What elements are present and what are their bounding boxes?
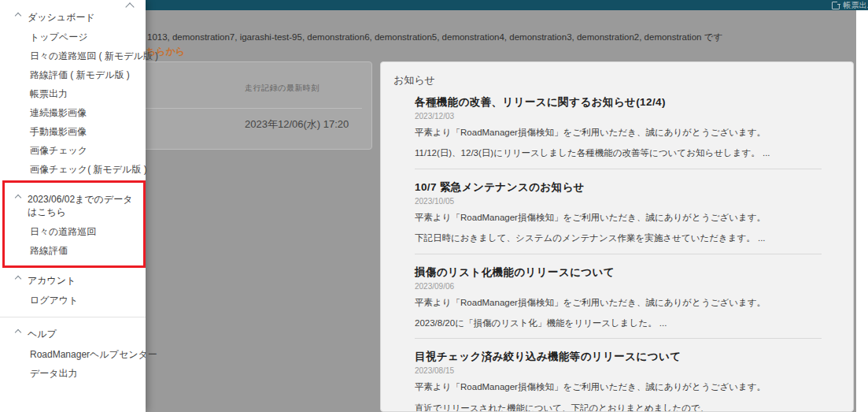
chevron-up-icon bbox=[15, 329, 21, 336]
chevron-up-icon bbox=[15, 276, 21, 282]
notice-item: 各種機能の改善、リリースに関するお知らせ(12/4)2023/12/03平素より… bbox=[415, 95, 822, 159]
notice-title[interactable]: 各種機能の改善、リリースに関するお知らせ(12/4) bbox=[415, 95, 822, 109]
sidebar-divider bbox=[0, 317, 146, 317]
sidebar-section: ヘルプRoadManagerヘルプセンターデータ出力 bbox=[0, 325, 146, 382]
driving-record-card: 走行記録の最新時刻 2023年12/06(水) 17:20 bbox=[118, 61, 372, 150]
notice-body: 平素より「RoadManager損傷検知」をご利用いただき、誠にありがとうござい… bbox=[415, 127, 822, 138]
record-card-label: 走行記録の最新時刻 bbox=[245, 83, 319, 94]
notice-title[interactable]: 損傷のリスト化機能のリリースについて bbox=[415, 265, 822, 280]
sidebar-item[interactable]: 日々の道路巡回 bbox=[0, 222, 146, 241]
sidebar-section: ダッシュボードトップページ日々の道路巡回 ( 新モデル版 )路線評価 ( 新モデ… bbox=[0, 8, 146, 179]
sidebar-item[interactable]: RoadManagerヘルプセンター bbox=[0, 345, 146, 364]
notice-separator bbox=[415, 338, 822, 339]
sidebar-section: アカウントログアウト bbox=[0, 271, 146, 310]
chevron-up-icon bbox=[15, 195, 21, 201]
sidebar-item[interactable]: 日々の道路巡回 ( 新モデル版 ) bbox=[0, 46, 146, 65]
sidebar-item[interactable]: 路線評価 ( 新モデル版 ) bbox=[0, 65, 146, 84]
notice-item: 10/7 緊急メンテナンスのお知らせ2023/10/05平素より「RoadMan… bbox=[415, 180, 822, 244]
sidebar-section-label: ダッシュボード bbox=[28, 12, 135, 24]
sidebar-section-label: アカウント bbox=[28, 275, 135, 287]
sidebar-section-header[interactable]: アカウント bbox=[0, 271, 146, 291]
sidebar-item[interactable]: 路線評価 bbox=[0, 241, 146, 260]
chevron-up-icon bbox=[125, 2, 134, 11]
notice-date: 2023/10/05 bbox=[415, 197, 822, 206]
sidebar-item[interactable]: 帳票出力 bbox=[0, 84, 146, 103]
notice-date: 2023/09/06 bbox=[415, 282, 822, 291]
account-list-text: 1013, demonstration7, igarashi-test-95, … bbox=[147, 32, 840, 43]
sidebar-section: 2023/06/02までのデータはこちら日々の道路巡回路線評価 bbox=[0, 190, 146, 260]
notice-body: 11/12(日)、12/3(日)にリリースしました各種機能の改善等についてお知ら… bbox=[415, 147, 822, 158]
sidebar-section-header[interactable]: ダッシュボード bbox=[0, 8, 146, 28]
notice-body: 直近でリリースされた機能について、下記のとおりまとめましたので、今後の運用にお役… bbox=[415, 403, 822, 412]
notice-separator bbox=[415, 169, 822, 169]
sidebar-section-header[interactable]: ヘルプ bbox=[0, 325, 146, 344]
notice-body: 平素より「RoadManager損傷検知」をご利用いただき、誠にありがとうござい… bbox=[415, 297, 822, 308]
notice-body: 下記日時におきまして、システムのメンテナンス作業を実施させていただきます。 ..… bbox=[415, 232, 822, 243]
notices-list: 各種機能の改善、リリースに関するお知らせ(12/4)2023/12/03平素より… bbox=[393, 95, 822, 412]
sidebar-section-label: 2023/06/02までのデータはこちら bbox=[28, 194, 135, 218]
notice-body: 平素より「RoadManager損傷検知」をご利用いただき、誠にありがとうござい… bbox=[415, 381, 822, 392]
sidebar-item[interactable]: データ出力 bbox=[0, 364, 146, 383]
record-card-divider bbox=[128, 108, 362, 109]
launch-icon bbox=[832, 2, 840, 9]
notice-item: 損傷のリスト化機能のリリースについて2023/09/06平素より「RoadMan… bbox=[415, 265, 822, 329]
notice-title[interactable]: 10/7 緊急メンテナンスのお知らせ bbox=[415, 180, 822, 195]
notice-separator bbox=[415, 254, 822, 254]
sidebar-drawer: ダッシュボードトップページ日々の道路巡回 ( 新モデル版 )路線評価 ( 新モデ… bbox=[0, 0, 146, 412]
chevron-up-icon bbox=[15, 13, 21, 19]
sidebar-item[interactable]: 画像チェック( 新モデル版 ) bbox=[0, 160, 146, 179]
notice-body: 平素より「RoadManager損傷検知」をご利用いただき、誠にありがとうござい… bbox=[415, 212, 822, 223]
notice-item: 目視チェック済み絞り込み機能等のリリースについて2023/08/15平素より「R… bbox=[415, 350, 822, 412]
sidebar-section-label: ヘルプ bbox=[28, 328, 135, 340]
sidebar-nav: ダッシュボードトップページ日々の道路巡回 ( 新モデル版 )路線評価 ( 新モデ… bbox=[0, 0, 146, 383]
sidebar-item[interactable]: 画像チェック bbox=[0, 141, 146, 160]
record-card-value: 2023年12/06(水) 17:20 bbox=[245, 117, 349, 132]
notice-date: 2023/08/15 bbox=[415, 366, 822, 375]
notices-title: お知らせ bbox=[393, 73, 822, 87]
notice-date: 2023/12/03 bbox=[415, 112, 822, 121]
report-output-label: 帳票出.. bbox=[843, 2, 868, 9]
notice-title[interactable]: 目視チェック済み絞り込み機能等のリリースについて bbox=[415, 350, 822, 364]
sidebar-item[interactable]: トップページ bbox=[0, 28, 146, 46]
sidebar-item[interactable]: 手動撮影画像 bbox=[0, 122, 146, 141]
notice-body: 2023/8/20に「損傷のリスト化」機能をリリースしました。 ... bbox=[415, 317, 822, 328]
sidebar-section-header[interactable]: 2023/06/02までのデータはこちら bbox=[0, 190, 146, 222]
notices-panel: お知らせ 各種機能の改善、リリースに関するお知らせ(12/4)2023/12/0… bbox=[380, 61, 854, 412]
drawer-collapse-button[interactable] bbox=[124, 1, 135, 10]
sidebar-item[interactable]: 連続撮影画像 bbox=[0, 103, 146, 122]
sidebar-item[interactable]: ログアウト bbox=[0, 291, 146, 310]
report-output-button[interactable]: 帳票出.. bbox=[832, 2, 868, 9]
